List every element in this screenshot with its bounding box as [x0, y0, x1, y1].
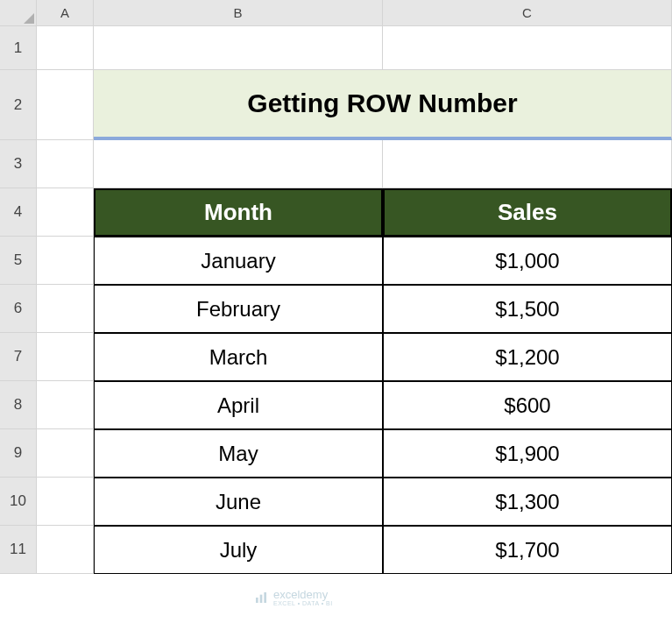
table-cell-sales-2[interactable]: $1,500 [383, 285, 672, 333]
table-cell-month-4[interactable]: April [94, 381, 383, 429]
table-header-sales[interactable]: Sales [383, 188, 672, 237]
row-header-1[interactable]: 1 [0, 26, 37, 70]
cell-A3[interactable] [37, 140, 94, 188]
row-header-6[interactable]: 6 [0, 285, 37, 333]
cell-A9[interactable] [37, 429, 94, 478]
table-cell-sales-1[interactable]: $1,000 [383, 237, 672, 285]
cell-C3[interactable] [383, 140, 672, 188]
svg-rect-1 [260, 595, 263, 603]
table-cell-month-1[interactable]: January [94, 237, 383, 285]
watermark-brand: exceldemy [273, 589, 333, 600]
cell-A1[interactable] [37, 26, 94, 70]
row-header-10[interactable]: 10 [0, 478, 37, 526]
table-header-month[interactable]: Month [94, 188, 383, 237]
watermark-icon [254, 591, 268, 605]
table-cell-month-6[interactable]: June [94, 478, 383, 526]
cell-A6[interactable] [37, 285, 94, 333]
table-cell-month-3[interactable]: March [94, 333, 383, 381]
table-cell-month-7[interactable]: July [94, 526, 383, 574]
cell-B3[interactable] [94, 140, 383, 188]
column-header-A[interactable]: A [37, 0, 94, 26]
watermark: exceldemy EXCEL • DATA • BI [254, 589, 333, 606]
row-header-7[interactable]: 7 [0, 333, 37, 381]
table-cell-month-5[interactable]: May [94, 429, 383, 478]
select-all-corner[interactable] [0, 0, 37, 26]
watermark-text: exceldemy EXCEL • DATA • BI [273, 589, 333, 606]
row-header-11[interactable]: 11 [0, 526, 37, 574]
cell-B1[interactable] [94, 26, 383, 70]
table-cell-sales-5[interactable]: $1,900 [383, 429, 672, 478]
row-header-9[interactable]: 9 [0, 429, 37, 478]
table-cell-month-2[interactable]: February [94, 285, 383, 333]
cell-C1[interactable] [383, 26, 672, 70]
table-cell-sales-3[interactable]: $1,200 [383, 333, 672, 381]
spreadsheet-grid: A B C 1 2 Getting ROW Number 3 4 Month S… [0, 0, 672, 574]
cell-A8[interactable] [37, 381, 94, 429]
row-header-3[interactable]: 3 [0, 140, 37, 188]
column-header-C[interactable]: C [383, 0, 672, 26]
svg-rect-0 [256, 598, 258, 603]
row-header-8[interactable]: 8 [0, 381, 37, 429]
title-cell[interactable]: Getting ROW Number [94, 70, 672, 140]
table-cell-sales-7[interactable]: $1,700 [383, 526, 672, 574]
table-cell-sales-6[interactable]: $1,300 [383, 478, 672, 526]
row-header-4[interactable]: 4 [0, 188, 37, 237]
cell-A7[interactable] [37, 333, 94, 381]
row-header-2[interactable]: 2 [0, 70, 37, 140]
watermark-tagline: EXCEL • DATA • BI [273, 600, 333, 606]
svg-rect-2 [264, 592, 266, 603]
column-header-B[interactable]: B [94, 0, 383, 26]
cell-A2[interactable] [37, 70, 94, 140]
cell-A5[interactable] [37, 237, 94, 285]
cell-A10[interactable] [37, 478, 94, 526]
table-cell-sales-4[interactable]: $600 [383, 381, 672, 429]
row-header-5[interactable]: 5 [0, 237, 37, 285]
cell-A4[interactable] [37, 188, 94, 237]
cell-A11[interactable] [37, 526, 94, 574]
